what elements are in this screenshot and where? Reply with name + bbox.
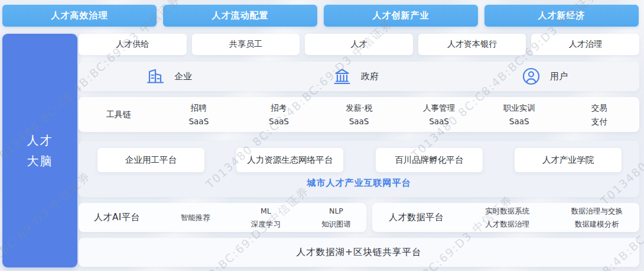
platform-hr-eco-network: 人力资源生态网络平台 (236, 148, 343, 172)
city-talent-internet-platform-caption: 城市人才产业互联网平台 (79, 178, 639, 189)
supply-box-talent-governance: 人才治理 (531, 34, 639, 55)
actor-government: 政府 (331, 62, 379, 91)
toolchain-item-recruiting: 招聘SaaS (159, 97, 239, 132)
data-item-realtime-governance: 实时数据系统 人才数据治理 (485, 205, 529, 230)
toolchain-item-payroll-tax: 发薪·税SaaS (319, 97, 399, 132)
supply-box-capital-bank: 人才资本银行 (418, 34, 526, 55)
user-icon (521, 66, 542, 87)
platform-enterprise-employment: 企业用工平台 (97, 148, 204, 172)
toolchain-row: 工具链 招聘SaaS 招考SaaS 发薪·税SaaS 人事管理SaaS 职业实训… (79, 97, 639, 132)
talent-brain-architecture-diagram: 人才高效治理 人才流动配置 人才创新产业 人才新经济 人才 大脑 人才供给 共享… (0, 0, 644, 271)
bank-icon (331, 66, 353, 87)
data-lake-blockchain-bar: 人才数据湖+区块链共享平台 (79, 238, 639, 267)
top-category-innovation: 人才创新产业 (324, 5, 478, 27)
toolchain-item-vocational-training: 职业实训SaaS (479, 97, 560, 132)
sidebar-title-line2: 大脑 (27, 151, 53, 172)
platforms-row: 企业用工平台 人力资源生态网络平台 百川品牌孵化平台 人才产业学院 城市人才产业… (79, 141, 639, 197)
actor-enterprise-label: 企业 (174, 71, 192, 82)
top-category-governance: 人才高效治理 (2, 5, 157, 27)
data-lake-blockchain-label: 人才数据湖+区块链共享平台 (297, 246, 422, 259)
platform-talent-industry-academy: 人才产业学院 (515, 148, 622, 172)
ai-item-ml-deep-learning: ML 深度学习 (251, 205, 281, 230)
platform-baichuan-brand-incubation: 百川品牌孵化平台 (376, 148, 483, 172)
building-icon (145, 66, 166, 87)
talent-ai-platform-title: 人才AI平台 (94, 212, 140, 223)
data-item-exchange-modeling: 数据治理与交换 数据建模分析 (571, 205, 623, 230)
actor-government-label: 政府 (361, 71, 379, 82)
supply-box-talent: 人才 (305, 34, 413, 55)
talent-data-platform-title: 人才数据平台 (389, 212, 444, 223)
actor-enterprise: 企业 (145, 62, 192, 91)
actor-user: 用户 (521, 62, 568, 91)
top-category-new-economy: 人才新经济 (484, 5, 639, 27)
supply-box-talent-supply: 人才供给 (79, 34, 187, 55)
sidebar-title: 人才 大脑 (27, 130, 53, 172)
toolchain-item-trade-payment: 交易支付 (559, 97, 639, 132)
ai-item-smart-recommendation: 智能推荐 (181, 211, 210, 224)
toolchain-title: 工具链 (79, 97, 159, 132)
top-category-row: 人才高效治理 人才流动配置 人才创新产业 人才新经济 (2, 5, 639, 27)
supply-box-shared-staff: 共享员工 (192, 34, 300, 55)
ai-item-nlp-knowledge-graph: NLP 知识图谱 (321, 205, 351, 230)
platform-boxes: 企业用工平台 人力资源生态网络平台 百川品牌孵化平台 人才产业学院 (97, 148, 622, 172)
actor-user-label: 用户 (550, 71, 568, 82)
sidebar-talent-brain: 人才 大脑 (2, 34, 77, 267)
ai-data-row: 人才AI平台 智能推荐 ML 深度学习 NLP 知识图谱 人才数据平台 实时数据… (79, 203, 639, 232)
talent-data-platform-panel: 人才数据平台 实时数据系统 人才数据治理 数据治理与交换 数据建模分析 (372, 203, 639, 232)
talent-ai-platform-panel: 人才AI平台 智能推荐 ML 深度学习 NLP 知识图谱 (79, 203, 366, 232)
supply-row: 人才供给 共享员工 人才 人才资本银行 人才治理 (79, 34, 639, 55)
sidebar-title-line1: 人才 (27, 130, 53, 151)
actors-row: 企业 政府 (79, 62, 639, 91)
top-category-mobility: 人才流动配置 (163, 5, 317, 27)
toolchain-item-exam: 招考SaaS (239, 97, 319, 132)
toolchain-item-hr-management: 人事管理SaaS (399, 97, 479, 132)
